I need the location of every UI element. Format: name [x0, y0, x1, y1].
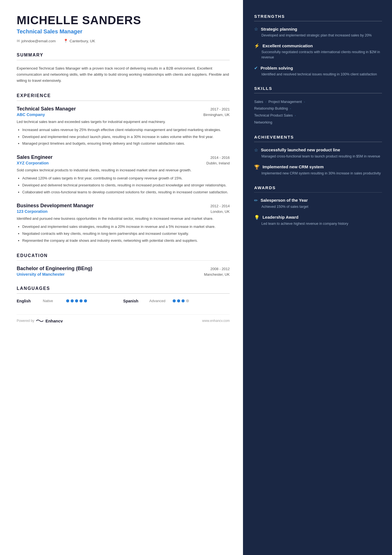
languages-divider	[17, 293, 230, 294]
strengths-divider	[254, 21, 382, 21]
exp-dates-3: 2012 - 2014	[210, 204, 230, 208]
skills-list: Sales · Project Management · Relationshi…	[254, 98, 382, 126]
dot-en-4	[80, 299, 83, 302]
languages-row: English Native Spanish Advanced	[17, 299, 230, 303]
skills-section: SKILLS Sales · Project Management · Rela…	[254, 86, 382, 126]
exp-header-3: Business Development Manager 2012 - 2014	[17, 203, 230, 209]
strength-header-2: ⚡ Excellent communication	[254, 43, 382, 48]
education-title: EDUCATION	[17, 253, 230, 258]
achievements-title: ACHIEVEMENTS	[254, 135, 382, 139]
achievement-name-2: Implemented new CRM system	[262, 164, 324, 170]
exp-bullet-2-1: Achieved 120% of sales targets in first …	[22, 176, 230, 181]
skill-3: Relationship Building	[254, 106, 288, 110]
strength-header-1: ☆ Strategic planning	[254, 26, 382, 32]
exp-bullet-2-2: Developed and delivered technical presen…	[22, 182, 230, 188]
dot-en-2	[71, 299, 74, 302]
awards-title: AWARDS	[254, 185, 382, 190]
exp-dates-1: 2017 - 2021	[210, 107, 230, 111]
email-icon: ✉	[17, 39, 20, 43]
award-name-2: Leadership Award	[262, 214, 298, 220]
exp-title-2: Sales Engineer	[17, 154, 53, 160]
skill-2: Project Management	[269, 100, 302, 104]
edu-location: Manchester, UK	[204, 272, 230, 277]
exp-sub-1: ABC Company Birmingham, UK	[17, 112, 230, 117]
exp-header-2: Sales Engineer 2014 - 2016	[17, 154, 230, 160]
location-icon: 📍	[63, 39, 68, 43]
exp-bullet-1-1: Increased annual sales revenue by 25% th…	[22, 127, 230, 133]
strength-name-2: Excellent communication	[262, 43, 313, 48]
dot-en-5	[84, 299, 87, 302]
achievement-desc-1: Managed cross-functional team to launch …	[254, 154, 382, 159]
award-icon-1: ✏	[254, 198, 258, 203]
strength-item-1: ☆ Strategic planning Developed and imple…	[254, 26, 382, 38]
lang-name-english: English	[17, 299, 39, 303]
languages-section: LANGUAGES English Native Spanish	[17, 286, 230, 303]
award-desc-2: Led team to achieve highest revenue in c…	[254, 221, 382, 226]
skill-4: Technical Product Sales	[254, 113, 293, 117]
email-contact: ✉ johndoe@email.com	[17, 39, 56, 43]
exp-bullet-2-3: Collaborated with cross-functional teams…	[22, 189, 230, 195]
dot-es-4	[186, 299, 189, 302]
summary-text: Experienced Technical Sales Manager with…	[17, 65, 230, 84]
exp-company-2: XYZ Corporation	[17, 161, 49, 165]
achievement-icon-2: 🏆	[254, 164, 260, 170]
achievement-name-1: Successfully launched new product line	[261, 147, 340, 153]
strength-item-3: ✔ Problem solving Identified and resolve…	[254, 65, 382, 77]
strength-desc-2: Successfully negotiated contracts with i…	[254, 50, 382, 60]
awards-divider	[254, 192, 382, 193]
edu-university: University of Manchester	[17, 272, 64, 277]
strength-name-1: Strategic planning	[261, 27, 297, 31]
strength-icon-3: ✔	[254, 65, 258, 71]
edu-header: Bachelor of Engineering (BEng) 2008 - 20…	[17, 266, 230, 272]
skill-dot-3: ·	[289, 106, 291, 110]
achievement-item-2: 🏆 Implemented new CRM system Implemented…	[254, 164, 382, 176]
strength-item-2: ⚡ Excellent communication Successfully n…	[254, 43, 382, 60]
dot-es-3	[182, 299, 185, 302]
candidate-title: Technical Sales Manager	[17, 28, 230, 35]
exp-company-3: 123 Corporation	[17, 209, 48, 214]
lang-level-spanish: Advanced	[149, 299, 169, 303]
exp-location-1: Birmingham, UK	[204, 113, 230, 117]
lang-level-english: Native	[43, 299, 62, 303]
exp-bullets-3: Developed and implemented sales strategi…	[17, 224, 230, 243]
summary-divider	[17, 60, 230, 60]
achievements-divider	[254, 142, 382, 142]
exp-company-1: ABC Company	[17, 112, 45, 117]
award-header-1: ✏ Salesperson of the Year	[254, 198, 382, 203]
achievement-desc-2: Implemented new CRM system resulting in …	[254, 171, 382, 176]
strengths-section: STRENGTHS ☆ Strategic planning Developed…	[254, 14, 382, 77]
lang-dots-english	[66, 299, 87, 302]
education-divider	[17, 260, 230, 261]
exp-header-1: Technical Sales Manager 2017 - 2021	[17, 106, 230, 112]
right-column: STRENGTHS ☆ Strategic planning Developed…	[243, 0, 392, 555]
skill-dot-1: ·	[264, 100, 267, 104]
award-item-2: 💡 Leadership Award Led team to achieve h…	[254, 214, 382, 226]
edu-sub: University of Manchester Manchester, UK	[17, 272, 230, 277]
strength-icon-1: ☆	[254, 26, 258, 32]
resume-container: MICHELLE SANDERS Technical Sales Manager…	[0, 0, 392, 555]
award-header-2: 💡 Leadership Award	[254, 214, 382, 220]
exp-sub-3: 123 Corporation London, UK	[17, 209, 230, 214]
strengths-title: STRENGTHS	[254, 14, 382, 19]
summary-section: SUMMARY Experienced Technical Sales Mana…	[17, 53, 230, 84]
candidate-name: MICHELLE SANDERS	[17, 14, 230, 27]
brand-name: Enhancv	[45, 319, 63, 323]
dot-en-1	[66, 299, 69, 302]
achievement-item-1: ☆ Successfully launched new product line…	[254, 147, 382, 159]
exp-bullet-3-1: Developed and implemented sales strategi…	[22, 224, 230, 230]
location-value: Canterbury, UK	[70, 39, 95, 43]
award-desc-1: Achieved 150% of sales target	[254, 204, 382, 209]
edu-degree: Bachelor of Engineering (BEng)	[17, 266, 92, 272]
summary-title: SUMMARY	[17, 53, 230, 58]
powered-label: Powered by	[17, 319, 34, 323]
exp-desc-2: Sold complex technical products to indus…	[17, 167, 230, 173]
strength-desc-1: Developed and implemented strategic plan…	[254, 33, 382, 38]
strength-header-3: ✔ Problem solving	[254, 65, 382, 71]
award-icon-2: 💡	[254, 215, 260, 220]
awards-section: AWARDS ✏ Salesperson of the Year Achieve…	[254, 185, 382, 227]
exp-dates-2: 2014 - 2016	[210, 156, 230, 160]
skills-divider	[254, 93, 382, 93]
exp-bullet-1-2: Developed and implemented new product la…	[22, 134, 230, 140]
header: MICHELLE SANDERS Technical Sales Manager…	[17, 14, 230, 43]
experience-item-1: Technical Sales Manager 2017 - 2021 ABC …	[17, 106, 230, 147]
